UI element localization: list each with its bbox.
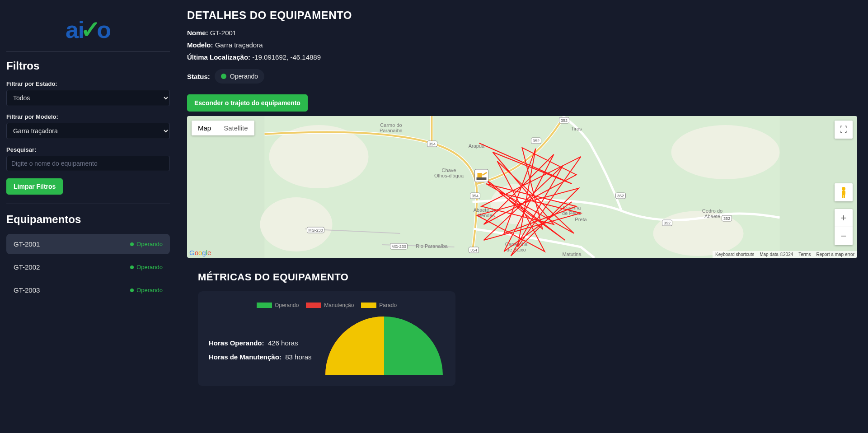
divider — [6, 204, 170, 204]
status-dot-icon — [130, 242, 134, 246]
detail-status: Status: Operando — [187, 69, 857, 84]
metrics-section: MÉTRICAS DO EQUIPAMENTO Operando Manuten… — [198, 271, 857, 386]
check-icon: ✓ — [80, 15, 100, 44]
metrics-card: Operando Manutenção Parado Horas Operand… — [198, 291, 455, 386]
equipments-title: Equipamentos — [6, 213, 170, 226]
zoom-in-button[interactable]: + — [835, 209, 853, 227]
legend-operando[interactable]: Operando — [257, 302, 299, 308]
logo: ai✓o — [6, 6, 170, 51]
legend-swatch-icon — [306, 303, 321, 308]
filter-model-group: Filtrar por Modelo: Garra traçadora — [6, 113, 170, 139]
clear-filters-button[interactable]: Limpar Filtros — [6, 178, 63, 195]
svg-text:352: 352 — [533, 139, 540, 143]
svg-text:Olhos-d'água: Olhos-d'água — [434, 173, 464, 178]
map[interactable]: Map Satellite ⛶ + − Google Keyboard shor… — [187, 116, 857, 258]
svg-text:Cedro do: Cedro do — [702, 208, 723, 214]
metrics-body: Horas Operando: 426 horas Horas de Manut… — [209, 317, 445, 375]
svg-point-7 — [671, 125, 780, 179]
hours-operating: Horas Operando: 426 horas — [209, 339, 312, 347]
legend-parado[interactable]: Parado — [361, 302, 397, 308]
status-text: Operando — [136, 264, 163, 270]
map-tab-satellite[interactable]: Satellite — [217, 121, 254, 135]
filter-state-group: Filtrar por Estado: Todos — [6, 80, 170, 106]
filter-model-label: Filtrar por Modelo: — [6, 113, 170, 120]
equipment-item-gt-2003[interactable]: GT-2003 Operando — [6, 280, 170, 300]
status-text: Operando — [136, 241, 163, 247]
detail-name: Nome: GT-2001 — [187, 29, 857, 37]
status-indicator: Operando — [130, 241, 163, 247]
map-zoom-control: + − — [835, 209, 853, 245]
status-dot-icon — [130, 265, 134, 269]
svg-text:Arapuá: Arapuá — [469, 143, 485, 149]
detail-location: Última Localização: -19.091692, -46.1488… — [187, 53, 857, 61]
svg-text:352: 352 — [723, 216, 730, 221]
svg-text:352: 352 — [561, 118, 568, 123]
svg-text:Matutina: Matutina — [562, 251, 582, 257]
svg-text:Preta: Preta — [575, 217, 587, 222]
svg-point-0 — [842, 187, 845, 191]
status-indicator: Operando — [130, 264, 163, 270]
svg-text:Paranaíba: Paranaíba — [380, 128, 403, 133]
svg-text:354: 354 — [472, 194, 479, 198]
svg-text:Rio Paranaíba: Rio Paranaíba — [416, 243, 448, 249]
svg-text:Chave: Chave — [442, 168, 456, 173]
equipment-name: GT-2003 — [14, 286, 40, 294]
svg-rect-1 — [842, 191, 845, 195]
equipment-item-gt-2002[interactable]: GT-2002 Operando — [6, 257, 170, 277]
map-footer: Keyboard shortcuts Map data ©2024 Terms … — [713, 251, 857, 258]
svg-text:354: 354 — [429, 142, 436, 146]
search-input[interactable] — [6, 156, 170, 171]
status-indicator: Operando — [130, 287, 163, 293]
equipment-list: GT-2001 Operando GT-2002 Operando GT-200… — [6, 234, 170, 300]
map-type-control: Map Satellite — [192, 121, 254, 135]
zoom-out-button[interactable]: − — [835, 227, 853, 245]
status-dot-icon — [221, 74, 226, 79]
filter-model-select[interactable]: Garra traçadora — [6, 123, 170, 139]
metrics-text: Horas Operando: 426 horas Horas de Manut… — [209, 317, 312, 367]
filters-title: Filtros — [6, 60, 170, 72]
legend-swatch-icon — [361, 303, 376, 308]
logo-text: ai✓o — [66, 15, 111, 44]
google-logo: Google — [189, 249, 211, 256]
equipment-item-gt-2001[interactable]: GT-2001 Operando — [6, 234, 170, 254]
status-text: Operando — [136, 287, 163, 293]
sidebar: ai✓o Filtros Filtrar por Estado: Todos F… — [0, 0, 176, 433]
search-label: Pesquisar: — [6, 146, 170, 153]
map-report-link[interactable]: Report a map error — [816, 252, 854, 257]
svg-text:Carmo do: Carmo do — [380, 122, 402, 128]
search-group: Pesquisar: — [6, 146, 170, 171]
svg-text:352: 352 — [664, 221, 671, 225]
filter-state-select[interactable]: Todos — [6, 90, 170, 106]
map-svg: 352 354 354 354 352 352 352 352 MG-230 M… — [187, 116, 857, 258]
svg-text:MG-230: MG-230 — [308, 228, 323, 233]
map-tab-map[interactable]: Map — [192, 121, 217, 135]
svg-point-6 — [260, 197, 333, 251]
svg-text:MG-230: MG-230 — [391, 244, 406, 249]
svg-text:352: 352 — [617, 194, 624, 198]
main-content: DETALHES DO EQUIPAMENTO Nome: GT-2001 Mo… — [176, 0, 868, 433]
svg-rect-3 — [844, 195, 845, 198]
hours-maintenance: Horas de Manutenção: 83 horas — [209, 353, 312, 361]
legend-manutencao[interactable]: Manutenção — [306, 302, 354, 308]
chart-legend: Operando Manutenção Parado — [209, 302, 445, 308]
svg-rect-2 — [842, 195, 844, 198]
equipment-name: GT-2002 — [14, 263, 40, 271]
status-dot-icon — [130, 289, 134, 292]
toggle-trajectory-button[interactable]: Esconder o trajeto do equipamento — [187, 94, 308, 112]
pie-chart — [325, 317, 443, 375]
map-terms-link[interactable]: Terms — [798, 252, 811, 257]
pegman-icon[interactable] — [835, 183, 853, 201]
svg-text:354: 354 — [470, 248, 477, 252]
detail-model: Modelo: Garra traçadora — [187, 41, 857, 49]
status-pill: Operando — [215, 69, 264, 84]
legend-swatch-icon — [257, 303, 272, 308]
svg-text:Tiros: Tiros — [571, 126, 582, 131]
map-shortcuts-link[interactable]: Keyboard shortcuts — [715, 252, 754, 257]
svg-rect-48 — [477, 177, 487, 180]
map-data-label: Map data ©2024 — [760, 252, 793, 257]
fullscreen-icon[interactable]: ⛶ — [835, 121, 853, 139]
equipment-name: GT-2001 — [14, 240, 40, 248]
svg-rect-49 — [478, 173, 482, 177]
page-title: DETALHES DO EQUIPAMENTO — [187, 9, 857, 22]
filter-state-label: Filtrar por Estado: — [6, 80, 170, 87]
